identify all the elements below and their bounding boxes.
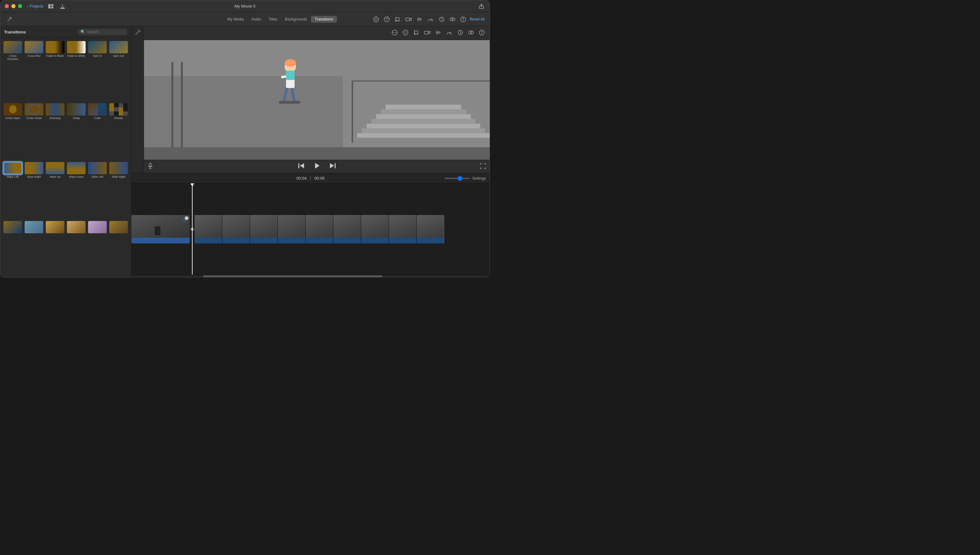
minimize-button[interactable]	[11, 4, 16, 8]
clip-segment-5[interactable]	[305, 215, 333, 244]
clip-segment-7[interactable]	[361, 215, 389, 244]
clip-segment-1[interactable]	[194, 215, 222, 244]
timeline-track: 🐾	[132, 215, 490, 244]
transition-wipe-right[interactable]: Wipe Right	[24, 161, 44, 219]
transition-thumb	[46, 162, 64, 174]
stabilization-button[interactable]	[438, 15, 446, 23]
transition-fade-to-black[interactable]: Fade to Black	[45, 40, 65, 101]
toolbar: My Media Audio Titles Backgrounds Transi…	[0, 12, 490, 26]
transition-wipe-left[interactable]: Wipe Left	[3, 161, 23, 219]
camera-button[interactable]	[404, 16, 413, 23]
svg-line-9	[11, 18, 12, 18]
transition-spin-in[interactable]: Spin In	[87, 40, 107, 101]
clip-segment-8[interactable]	[389, 215, 417, 244]
audio-inspector[interactable]	[434, 29, 442, 38]
timeline-clip-left[interactable]: 🐾	[132, 215, 190, 244]
transition-mosaic[interactable]: Mosaic	[109, 103, 128, 160]
skip-forward-button[interactable]	[328, 162, 337, 172]
fullscreen-button[interactable]	[480, 163, 486, 170]
svg-rect-61	[385, 105, 461, 109]
search-box[interactable]: 🔍	[78, 29, 127, 35]
preview-area	[144, 26, 490, 173]
transition-swap[interactable]: Swap	[66, 103, 86, 160]
color-wheel-inspector[interactable]	[401, 29, 409, 38]
reset-all-button[interactable]: Reset All	[470, 17, 484, 21]
tab-transitions[interactable]: Transitions	[311, 16, 337, 23]
svg-line-31	[139, 30, 139, 30]
transition-row4-5[interactable]	[87, 220, 107, 275]
transition-label: Slide Right	[112, 175, 126, 178]
transition-row4-4[interactable]	[66, 220, 86, 275]
transition-circle-open[interactable]: Circle Open	[3, 103, 23, 160]
transition-wipe-up[interactable]: Wipe Up	[45, 161, 65, 219]
transition-cross-blur[interactable]: Cross Blur	[24, 40, 44, 101]
transition-thumb	[3, 41, 22, 53]
tab-titles[interactable]: Titles	[265, 16, 281, 23]
transition-row4-6[interactable]	[109, 220, 128, 275]
transition-row4-3[interactable]	[45, 220, 65, 275]
transition-label: Cross Blur	[27, 54, 40, 58]
transition-thumb	[88, 41, 107, 53]
svg-rect-69	[279, 101, 301, 104]
speed-inspector[interactable]	[445, 29, 454, 38]
nav-tabs: My Media Audio Titles Backgrounds Transi…	[188, 16, 372, 23]
close-button[interactable]	[5, 4, 9, 8]
tab-backgrounds[interactable]: Backgrounds	[281, 16, 311, 23]
clip-segment-9[interactable]	[417, 215, 444, 244]
svg-rect-36	[415, 31, 418, 34]
clip-segment-4[interactable]	[277, 215, 305, 244]
color-balance-inspector[interactable]	[391, 29, 399, 38]
filter-inspector[interactable]	[467, 29, 475, 38]
svg-point-27	[463, 18, 464, 18]
transition-thumb	[67, 162, 85, 174]
transition-fade-to-white[interactable]: Fade to White	[66, 40, 86, 101]
transition-cube[interactable]: Cube	[87, 103, 107, 160]
transition-row4-2[interactable]	[24, 220, 44, 275]
transition-spin-out[interactable]: Spin Out	[109, 40, 128, 101]
magic-wand-tool[interactable]	[133, 28, 142, 38]
settings-button[interactable]: Settings	[472, 176, 486, 181]
maximize-button[interactable]	[18, 4, 22, 8]
svg-rect-55	[357, 133, 490, 138]
speed-button[interactable]	[426, 16, 435, 23]
microphone-button[interactable]	[148, 163, 153, 170]
split-view-button[interactable]	[47, 3, 55, 10]
traffic-lights	[5, 4, 22, 8]
right-top	[132, 26, 490, 173]
back-to-projects-button[interactable]: ‹ Projects	[27, 4, 43, 8]
transition-thumb	[109, 41, 128, 53]
transition-label: Swap	[73, 117, 80, 120]
info-button[interactable]	[459, 15, 467, 23]
zoom-slider[interactable]	[444, 178, 470, 179]
tab-my-media[interactable]: My Media	[223, 16, 247, 23]
transition-row4-1[interactable]	[3, 220, 23, 275]
clip-segment-6[interactable]	[333, 215, 361, 244]
transition-wipe-down[interactable]: Wipe Down	[66, 161, 86, 219]
transition-slide-left[interactable]: Slide Left	[87, 161, 107, 219]
play-pause-button[interactable]	[312, 161, 322, 172]
audio-button[interactable]	[415, 15, 424, 23]
search-input[interactable]	[87, 30, 125, 34]
skip-back-button[interactable]	[297, 162, 306, 172]
clip-segment-2[interactable]	[222, 215, 250, 244]
timeline-scrollbar[interactable]	[132, 275, 490, 277]
filter-button[interactable]	[448, 15, 457, 23]
timeline-clips-main[interactable]	[194, 215, 489, 244]
tab-audio[interactable]: Audio	[247, 16, 265, 23]
crop-inspector[interactable]	[412, 29, 420, 38]
transition-cross-dissolve[interactable]: Cross Dissolve	[3, 40, 23, 101]
clip-segment-3[interactable]	[250, 215, 277, 244]
color-wheel-button[interactable]	[383, 15, 391, 23]
transition-slide-right[interactable]: Slide Right	[109, 161, 128, 219]
crop-button[interactable]	[393, 15, 402, 23]
camera-inspector[interactable]	[423, 29, 431, 38]
transition-circle-close[interactable]: Circle Close	[24, 103, 44, 160]
timeline-scrollbar-thumb[interactable]	[203, 275, 382, 277]
share-button[interactable]	[478, 3, 485, 10]
info-inspector[interactable]	[478, 29, 486, 38]
magic-wand-button[interactable]	[5, 15, 14, 23]
transition-doorway[interactable]: Doorway	[45, 103, 65, 160]
color-balance-button[interactable]	[372, 15, 380, 23]
stabilization-inspector[interactable]	[456, 29, 464, 38]
import-button[interactable]	[59, 3, 66, 10]
